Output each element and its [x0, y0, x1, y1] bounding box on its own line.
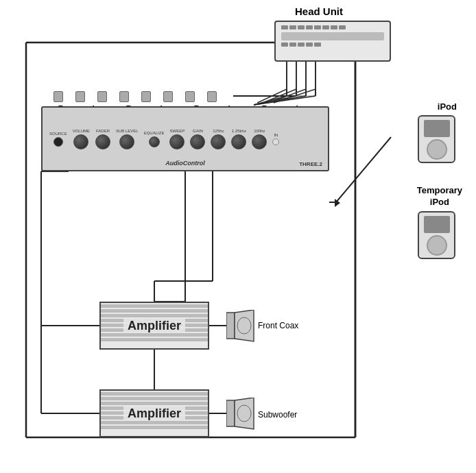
in-led: [272, 138, 279, 145]
head-unit-display: [281, 32, 384, 40]
source-group: SOURCE: [49, 132, 67, 147]
speaker-1: [226, 310, 255, 343]
head-unit-btn: [289, 43, 296, 47]
gain-group: GAIN: [190, 129, 205, 149]
svg-line-23: [268, 89, 306, 103]
svg-rect-46: [226, 400, 235, 426]
volume-knob: [73, 134, 88, 149]
fader-knob: [95, 134, 110, 149]
connector-l1: [75, 91, 85, 102]
head-unit-btn: [314, 25, 321, 29]
connector-l4: [207, 91, 217, 102]
volume-group: VOLUME: [73, 129, 90, 149]
ipod-label: iPod: [438, 101, 457, 112]
ipod-wheel: [427, 139, 447, 160]
sweep-group: SWEEP: [169, 129, 185, 149]
eq1k-knob: [231, 134, 246, 149]
head-unit-label: Head Unit: [295, 5, 343, 17]
svg-rect-43: [226, 313, 235, 339]
connector-r4: [185, 91, 195, 102]
sublevel-group: SUB LEVEL: [116, 129, 139, 149]
head-unit-btn: [331, 25, 337, 29]
eq100-group: 100hz: [252, 129, 267, 149]
in-group: IN: [272, 133, 279, 145]
connector-l3: [163, 91, 173, 102]
speaker-1-label: Front Coax: [258, 321, 298, 330]
gain-knob: [190, 134, 205, 149]
amplifier-1: Amplifier: [99, 302, 209, 350]
svg-line-24: [274, 89, 316, 103]
eq125-knob: [211, 134, 226, 149]
eq-knob1: [149, 136, 160, 147]
sweep-knob: [169, 134, 185, 149]
diagram-container: Head Unit: [0, 0, 476, 473]
speaker-2: [226, 398, 255, 430]
ipod-screen: [424, 120, 450, 137]
head-unit-btn: [322, 25, 329, 29]
head-unit-btn: [306, 43, 313, 47]
head-unit-btn: [289, 25, 296, 29]
head-unit-btn: [298, 25, 305, 29]
head-unit: [274, 21, 391, 62]
amplifier-1-label: Amplifier: [123, 319, 185, 333]
temp-ipod-wheel: [427, 235, 447, 256]
svg-line-21: [257, 89, 287, 103]
head-unit-btn: [339, 25, 346, 29]
model-label: THREE.2: [299, 161, 322, 167]
head-unit-btn: [306, 25, 313, 29]
connectors-top: [53, 91, 217, 102]
connector-r3: [141, 91, 151, 102]
temp-ipod-label: TemporaryiPod: [417, 185, 462, 208]
eq1k-group: 1.25khz: [231, 129, 246, 149]
speaker-2-label: Subwoofer: [258, 410, 297, 420]
svg-line-25: [336, 137, 391, 202]
svg-line-22: [263, 89, 296, 103]
head-unit-btn: [281, 25, 288, 29]
svg-marker-26: [335, 199, 340, 207]
connector-l2: [119, 91, 129, 102]
source-knob: [53, 137, 63, 147]
connector-r1: [53, 91, 63, 102]
amplifier-2-label: Amplifier: [123, 407, 185, 421]
eq-group: EQUALIZE: [144, 131, 165, 147]
ipod-main: [418, 115, 455, 163]
head-unit-btn: [314, 43, 321, 47]
amplifier-2: Amplifier: [99, 389, 209, 437]
eq100-knob: [252, 134, 267, 149]
temp-ipod-screen: [424, 216, 450, 233]
audiocontrol-unit: SOURCE VOLUME FADER SUB LEVEL EQUALIZE: [41, 106, 329, 171]
head-unit-btn: [281, 43, 288, 47]
eq125-group: 125hz: [211, 129, 226, 149]
audiocontrol-brand: AudioControl: [165, 160, 205, 167]
ipod-temp: [418, 211, 455, 259]
sublevel-knob: [119, 134, 134, 149]
fader-group: FADER: [95, 129, 110, 149]
head-unit-btn: [298, 43, 305, 47]
connector-r2: [97, 91, 107, 102]
